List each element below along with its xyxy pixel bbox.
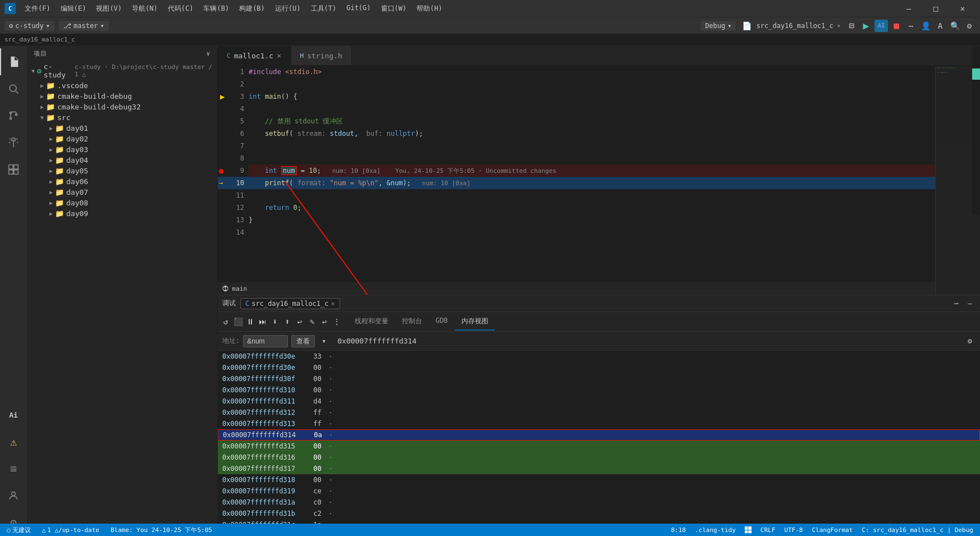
status-debug-info[interactable]: C: src_day16_malloc1_c | Debug (859, 526, 976, 534)
code-line-3: int main () { (249, 90, 935, 103)
minimize-button[interactable]: — (896, 0, 922, 17)
debug-config-selector[interactable]: Debug ▾ (700, 21, 736, 31)
memory-ascii: · (327, 476, 334, 484)
status-no-suggestion[interactable]: ○ 无建议 (4, 526, 33, 534)
step-over-icon[interactable]: ⏭ (257, 316, 268, 327)
code-editor[interactable]: #include <stdio.h> int main() { 1 2 (218, 66, 980, 295)
root-meta: c-study · D:\project\c-study master / 1 … (75, 63, 217, 78)
status-blame[interactable]: Blame: You 24-10-25 下午5:05 (108, 526, 214, 534)
activity-explorer[interactable] (0, 48, 27, 75)
tab-gdb[interactable]: GDB (429, 313, 455, 331)
inline-debug-value: num: 10 [0xa] You, 24-10-25 下午5:05 · Unc… (321, 167, 556, 175)
menu-edit[interactable]: 编辑(E) (56, 3, 91, 15)
run-to-cursor-icon[interactable]: ↩ (294, 316, 305, 327)
activity-ai[interactable]: Ai (0, 401, 27, 428)
step-into-icon[interactable]: ⬇ (269, 316, 281, 327)
stop-icon[interactable]: ■ (890, 20, 903, 32)
svg-line-1 (16, 91, 19, 94)
activity-git[interactable] (0, 102, 27, 129)
status-encoding[interactable]: UTF-8 (782, 526, 805, 534)
status-clang[interactable]: .clang-tidy (693, 526, 738, 534)
tree-item-day08[interactable]: ▶ 📁 day08 (27, 198, 217, 208)
activity-warning[interactable]: ⚠ (0, 428, 27, 455)
menu-build[interactable]: 构建(B) (235, 3, 269, 15)
tree-item-cmake-debug[interactable]: ▶ 📁 cmake-build-debug (27, 91, 217, 102)
branch-selector[interactable]: ⎇ master ▾ (59, 21, 109, 31)
tree-label: day08 (66, 199, 88, 207)
debug-file-tab[interactable]: C src_day16_malloc1_c × (240, 298, 340, 309)
menu-window[interactable]: 窗口(W) (377, 3, 411, 15)
activity-bar: Ai ⚠ ≡ ⚙ (0, 46, 27, 536)
tree-item-src[interactable]: ▼ 📁 src (27, 112, 217, 123)
memory-value: 00 (308, 465, 327, 473)
editor-scrollbar[interactable] (972, 46, 980, 214)
tree-item-day07[interactable]: ▶ 📁 day07 (27, 187, 217, 198)
translate-icon[interactable]: A (934, 20, 946, 32)
search-icon[interactable]: 🔍 (949, 20, 961, 32)
tree-item-day06[interactable]: ▶ 📁 day06 (27, 176, 217, 187)
more-debug-icon[interactable]: ⋮ (331, 316, 342, 327)
settings-icon[interactable]: 👤 (919, 20, 932, 32)
menu-file[interactable]: 文件(F) (20, 3, 55, 15)
code-lines: #include <stdio.h> int main () { (249, 66, 935, 295)
run-icon[interactable]: ▶ (860, 20, 872, 32)
format-icon[interactable]: ⊟ (845, 20, 858, 32)
tree-item-root[interactable]: ▼ ⚙ c-study c-study · D:\project\c-study… (27, 61, 217, 80)
folder-icon: 📁 (55, 199, 64, 207)
menu-tools[interactable]: 工具(T) (306, 3, 341, 15)
edit-breakpoints-icon[interactable]: ✎ (306, 316, 318, 327)
menu-run[interactable]: 运行(U) (271, 3, 305, 15)
menu-help[interactable]: 帮助(H) (412, 3, 447, 15)
step-out-icon[interactable]: ⬆ (282, 316, 293, 327)
memory-view-button[interactable]: 查看 (291, 335, 315, 347)
tab-threads-vars[interactable]: 线程和变量 (348, 313, 395, 331)
tab-console[interactable]: 控制台 (395, 313, 429, 331)
close-button[interactable]: ✕ (950, 0, 976, 17)
memory-address-input[interactable] (243, 335, 288, 347)
more-options-icon[interactable]: ⋯ (951, 298, 962, 309)
status-windows-icon[interactable] (743, 526, 754, 534)
close-icon[interactable]: × (277, 51, 281, 60)
restart-icon[interactable]: ↺ (220, 316, 231, 327)
tree-item-day04[interactable]: ▶ 📁 day04 (27, 155, 217, 166)
menu-vehicle[interactable]: 车辆(B) (199, 3, 233, 15)
activity-account[interactable] (0, 482, 27, 509)
activity-search[interactable] (0, 75, 27, 102)
tree-item-day03[interactable]: ▶ 📁 day03 (27, 144, 217, 155)
activity-debug[interactable] (0, 129, 27, 156)
tree-item-day01[interactable]: ▶ 📁 day01 (27, 123, 217, 134)
tree-item-day05[interactable]: ▶ 📁 day05 (27, 166, 217, 176)
memory-ascii: · (327, 375, 334, 383)
tree-item-day02[interactable]: ▶ 📁 day02 (27, 134, 217, 144)
activity-list[interactable]: ≡ (0, 455, 27, 482)
status-git-changes[interactable]: △ 1 △/up-to-date (40, 526, 102, 534)
close-panel-icon[interactable]: — (964, 298, 976, 309)
menu-git[interactable]: Git(G) (342, 3, 375, 15)
gear-icon[interactable]: ⚙ (963, 20, 976, 32)
status-line-col[interactable]: 8:18 (668, 526, 688, 534)
tree-item-vscode[interactable]: ▶ 📁 .vscode (27, 80, 217, 91)
folder-icon: 📁 (55, 177, 64, 186)
close-icon[interactable]: × (331, 300, 335, 308)
tree-item-day09[interactable]: ▶ 📁 day09 (27, 208, 217, 219)
status-crlf[interactable]: CRLF (758, 526, 778, 534)
memory-value: c0 (308, 498, 327, 506)
ai-icon[interactable]: AI (874, 20, 888, 32)
dropdown-icon[interactable]: ▾ (318, 336, 329, 347)
stop-debug-icon[interactable]: ⬛ (232, 316, 244, 327)
status-format[interactable]: ClangFormat (809, 526, 855, 534)
memory-settings-icon[interactable]: ⚙ (964, 336, 976, 347)
more-options-icon[interactable]: ⋯ (905, 20, 917, 32)
undo-icon[interactable]: ↩ (319, 316, 330, 327)
tab-malloc1[interactable]: C malloc1.c × (218, 46, 291, 65)
project-selector[interactable]: ⚙ c-study ▾ (4, 21, 54, 31)
activity-extensions[interactable] (0, 156, 27, 183)
tab-stringh[interactable]: H string.h (291, 46, 352, 65)
pause-icon[interactable]: ⏸ (245, 316, 256, 327)
menu-nav[interactable]: 导航(N) (127, 3, 162, 15)
menu-view[interactable]: 视图(V) (91, 3, 126, 15)
maximize-button[interactable]: □ (923, 0, 949, 17)
tree-item-cmake-debug32[interactable]: ▶ 📁 cmake-build-debug32 (27, 102, 217, 112)
menu-code[interactable]: 代码(C) (163, 3, 198, 15)
tab-memory-view[interactable]: 内存视图 (455, 313, 495, 331)
